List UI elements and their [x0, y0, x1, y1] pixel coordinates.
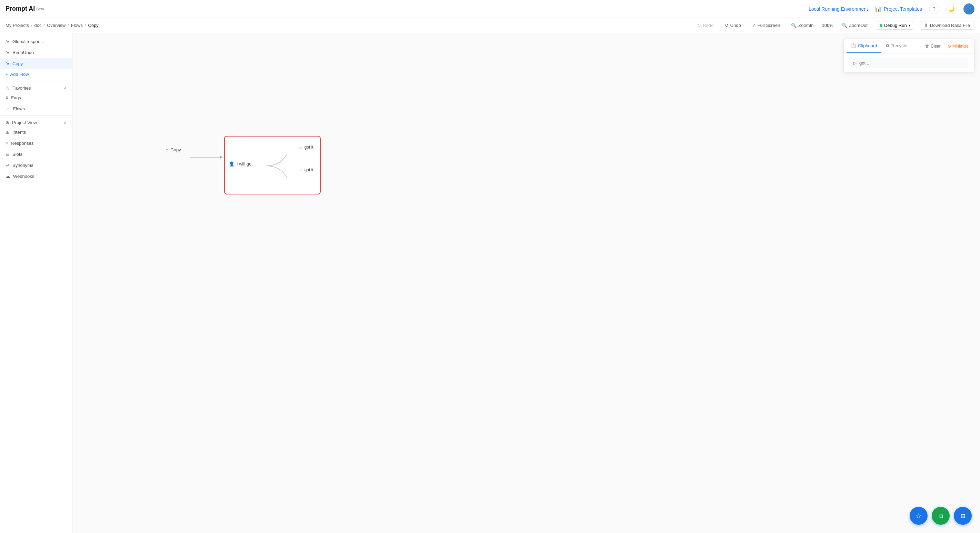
copy-flow-icon: ⇲ [6, 60, 10, 66]
start-arrow [190, 154, 224, 161]
sidebar-item-synonyms[interactable]: ⇌ Synonyms [0, 160, 72, 171]
brand-logo: Prompt AI Beta [6, 5, 44, 13]
branch-item-1: ▷ got it. [300, 145, 315, 150]
flow-icon: ⇲ [6, 38, 10, 44]
sidebar-item-global-responses[interactable]: ⇲ Global respon... [0, 36, 72, 47]
synonyms-icon: ⇌ [6, 162, 10, 168]
zoom-in-icon: 🔍 [791, 23, 797, 28]
minimize-icon: ⊙ [948, 44, 951, 49]
clipboard-panel-actions: 🗑 Clear ⊙ Minimize [923, 42, 971, 50]
branch-item-2: ▷ got it. [300, 167, 315, 172]
redo-icon: ↻ [697, 23, 701, 28]
clipboard-icon: 📋 [851, 43, 856, 48]
sidebar-item-responses[interactable]: ≡ Responses [0, 138, 72, 149]
sidebar-item-redo-undo[interactable]: ⇲ RedoUndo [0, 47, 72, 58]
zoom-out-icon: 🔍 [842, 23, 847, 28]
item-play-icon: ▷ [853, 60, 857, 65]
play-icon-2: ▷ [300, 168, 302, 172]
branch-items: ▷ got it. ▷ got it. [300, 145, 315, 172]
add-flow-btn[interactable]: + Add Flow [0, 69, 72, 80]
topnav: Prompt AI Beta Local Running Environment… [0, 0, 980, 18]
topnav-right: Local Running Environment 📊 Project Temp… [809, 3, 974, 14]
recycle-icon: ♻ [886, 43, 890, 48]
breadcrumb-my-projects[interactable]: My Projects [6, 23, 29, 28]
local-env-link[interactable]: Local Running Environment [809, 6, 868, 12]
brand-name: Prompt AI [6, 5, 35, 13]
slots-icon: ⊟ [6, 151, 10, 157]
sidebar-item-intents[interactable]: ⊞ Intents [0, 127, 72, 138]
chart-icon: 📊 [875, 5, 882, 12]
project-templates-btn[interactable]: 📊 Project Templates [875, 5, 922, 12]
sidebar: ⇲ Global respon... ⇲ RedoUndo ⇲ Copy + A… [0, 33, 72, 533]
breadcrumb-current: Copy [88, 23, 99, 28]
fab-group: ☆ ⧉ ⊞ [910, 507, 972, 525]
flow-node-selected[interactable]: 👤 I will go. ▷ got it. [224, 136, 321, 194]
minimize-btn[interactable]: ⊙ Minimize [945, 42, 971, 50]
theme-toggle-btn[interactable]: 🌙 [946, 4, 956, 14]
webhooks-icon: ☁ [6, 173, 10, 179]
debug-status-dot [880, 24, 882, 27]
download-btn[interactable]: ⬇ Download Rasa File [920, 21, 974, 30]
flow-canvas[interactable]: ⌂ Copy 👤 I will go. [72, 33, 980, 533]
clipboard-tabs: 📋 Clipboard ♻ Recycle 🗑 Clear [844, 39, 974, 53]
debug-run-btn[interactable]: Debug Run ▾ [876, 21, 914, 30]
chevron-down-icon: ▾ [908, 24, 910, 27]
moon-icon: 🌙 [948, 6, 955, 12]
breadcrumb-overview[interactable]: Overview [47, 23, 65, 28]
sidebar-item-copy[interactable]: ⇲ Copy [0, 58, 72, 69]
favorites-label: ☆ Favorites [6, 86, 31, 91]
favorites-chevron[interactable]: ∧ [64, 86, 67, 90]
tab-clipboard[interactable]: 📋 Clipboard [846, 39, 881, 53]
copy-fab[interactable]: ⧉ [932, 507, 950, 525]
undo-btn[interactable]: ↺ Undo [722, 21, 744, 29]
toolbar-actions: ↻ Redo ↺ Undo ⤢ Full Screen 🔍 ZoomIn 100… [694, 21, 974, 30]
star-icon-fab: ☆ [916, 512, 922, 520]
brand-beta: Beta [36, 7, 44, 11]
project-view-label: ⊛ Project View [6, 120, 37, 125]
sidebar-item-faqs[interactable]: ≡ Faqs [0, 92, 72, 103]
canvas-area[interactable]: ⌂ Copy 👤 I will go. [72, 33, 980, 533]
start-node: ⌂ Copy [165, 147, 181, 153]
breadcrumb-doc[interactable]: doc [35, 23, 42, 28]
tab-recycle[interactable]: ♻ Recycle [881, 39, 912, 53]
breadcrumb-bar: My Projects / doc / Overview / Flows / C… [0, 18, 980, 33]
project-view-section: ⊛ Project View ∧ [0, 117, 72, 127]
home-icon: ⌂ [165, 147, 168, 153]
zoom-out-btn[interactable]: 🔍 ZoomOut [839, 21, 870, 29]
play-icon-1: ▷ [300, 145, 302, 149]
zoom-in-btn[interactable]: 🔍 ZoomIn [788, 21, 816, 29]
intents-icon: ⊞ [6, 129, 10, 135]
redo-btn[interactable]: ↻ Redo [694, 21, 716, 29]
undo-icon: ↺ [725, 23, 729, 28]
fullscreen-btn[interactable]: ⤢ Full Screen [749, 21, 783, 29]
clipboard-item-1[interactable]: ▷ got ... [849, 57, 969, 68]
star-icon: ☆ [6, 86, 10, 91]
favorites-section: ☆ Favorites ∧ [0, 83, 72, 92]
sidebar-divider-1 [0, 81, 72, 81]
user-icon: 👤 [229, 161, 234, 167]
flows-icon: ← [6, 106, 10, 111]
project-view-chevron[interactable]: ∧ [64, 120, 67, 125]
clipboard-content: ▷ got ... [844, 53, 974, 72]
clipboard-panel: 📋 Clipboard ♻ Recycle 🗑 Clear [843, 38, 974, 73]
help-btn[interactable]: ? [929, 4, 939, 14]
flow-icon-2: ⇲ [6, 49, 10, 55]
sidebar-item-flows[interactable]: ← Flows [0, 103, 72, 114]
add-icon: + [6, 72, 8, 77]
breadcrumb-flows[interactable]: Flows [71, 23, 83, 28]
user-avatar[interactable] [963, 3, 974, 14]
responses-icon: ≡ [6, 140, 8, 146]
robot-fab[interactable]: ⊞ [954, 507, 972, 525]
robot-icon-fab: ⊞ [961, 513, 965, 519]
star-fab[interactable]: ☆ [910, 507, 928, 525]
clear-btn[interactable]: 🗑 Clear [923, 42, 943, 50]
download-icon: ⬇ [924, 23, 928, 28]
sidebar-item-webhooks[interactable]: ☁ Webhooks [0, 171, 72, 182]
copy-icon-fab: ⧉ [939, 512, 943, 520]
fullscreen-icon: ⤢ [752, 23, 756, 28]
main-layout: ⇲ Global respon... ⇲ RedoUndo ⇲ Copy + A… [0, 33, 980, 533]
trash-icon: 🗑 [925, 44, 929, 49]
project-view-icon: ⊛ [6, 120, 9, 125]
faqs-icon: ≡ [6, 95, 8, 100]
sidebar-item-slots[interactable]: ⊟ Slots [0, 149, 72, 160]
